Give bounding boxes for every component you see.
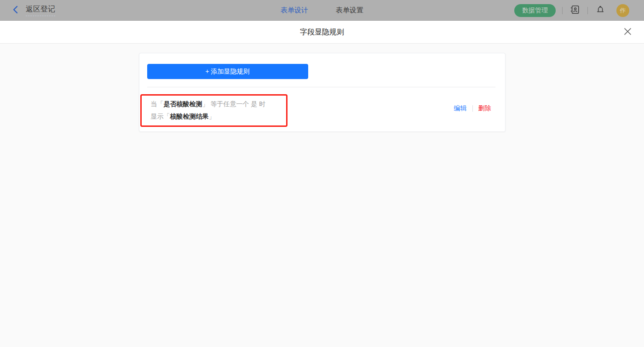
topbar-right: 数据管理 [514, 0, 629, 21]
divider [562, 7, 563, 14]
divider [472, 105, 473, 112]
modal-header: 字段显隐规则 [0, 21, 644, 44]
rule-condition-line: 当「是否核酸检测」 等于任意一个 是 时 [151, 98, 282, 110]
back-button[interactable] [10, 5, 21, 16]
topbar: 返区登记 表单设计 表单设置 数据管理 [0, 0, 644, 21]
divider [587, 7, 588, 14]
rules-card: + 添加显隐规则 当「是否核酸检测」 等于任意一个 是 时 显示「核酸检测结果」… [139, 53, 506, 132]
notifications-button[interactable] [594, 5, 606, 17]
bell-icon [595, 5, 605, 16]
data-manage-button[interactable]: 数据管理 [514, 4, 556, 17]
modal-body: + 添加显隐规则 当「是否核酸检测」 等于任意一个 是 时 显示「核酸检测结果」… [0, 44, 644, 132]
rule-target-field: 核酸检测结果 [170, 113, 209, 120]
delete-rule-link[interactable]: 删除 [478, 104, 491, 113]
contacts-button[interactable] [569, 5, 581, 17]
rule-result-line: 显示「核酸检测结果」 [151, 110, 282, 123]
form-title[interactable]: 返区登记 [26, 5, 55, 16]
field-visibility-rules-modal: 字段显隐规则 + 添加显隐规则 当「是否核酸检测」 等于任意一个 是 时 [0, 21, 644, 347]
rule-when-suffix: 」 等于任意一个 是 时 [202, 100, 266, 108]
chevron-left-icon [12, 6, 19, 15]
topbar-tabs: 表单设计 表单设置 [281, 0, 363, 21]
rule-show-suffix: 」 [209, 113, 215, 120]
rule-when-prefix: 当「 [151, 100, 164, 108]
close-button[interactable] [622, 27, 633, 38]
rule-condition-field: 是否核酸检测 [164, 100, 202, 108]
tab-form-settings[interactable]: 表单设置 [336, 6, 363, 15]
rule-show-prefix: 显示「 [151, 113, 170, 120]
add-rule-button[interactable]: + 添加显隐规则 [147, 64, 308, 79]
tab-form-design[interactable]: 表单设计 [281, 6, 308, 15]
close-icon [624, 28, 632, 37]
edit-rule-link[interactable]: 编辑 [454, 104, 467, 113]
contacts-icon [570, 5, 580, 16]
screen: 返区登记 表单设计 表单设置 数据管理 [0, 0, 644, 347]
avatar[interactable]: 作 [616, 4, 629, 17]
modal-title: 字段显隐规则 [0, 21, 644, 44]
topbar-left: 返区登记 [10, 0, 55, 21]
rule-actions: 编辑 删除 [454, 104, 491, 113]
rule-highlight-box: 当「是否核酸检测」 等于任意一个 是 时 显示「核酸检测结果」 [140, 94, 288, 127]
rule-row: 当「是否核酸检测」 等于任意一个 是 时 显示「核酸检测结果」 编辑 删除 [139, 87, 505, 127]
